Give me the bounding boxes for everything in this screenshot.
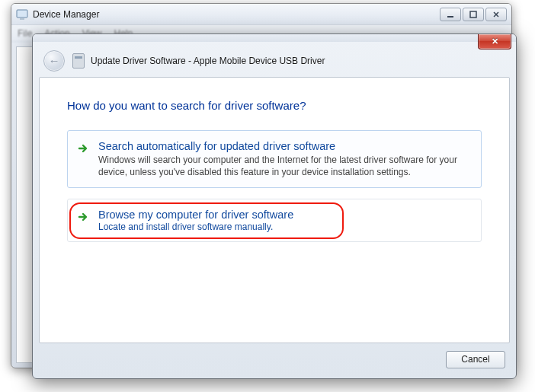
svg-rect-2 <box>447 16 453 18</box>
device-icon <box>72 53 85 69</box>
update-driver-body: How do you want to search for driver sof… <box>39 77 510 343</box>
close-icon: ✕ <box>492 37 498 46</box>
device-manager-titlebar: Device Manager <box>11 4 511 25</box>
page-heading: How do you want to search for driver sof… <box>67 99 482 112</box>
cancel-label: Cancel <box>461 354 489 365</box>
device-manager-title: Device Manager <box>33 9 438 20</box>
update-driver-footer: Cancel <box>39 346 510 372</box>
svg-rect-0 <box>17 10 27 18</box>
option-subtitle: Locate and install driver software manua… <box>98 221 470 232</box>
update-driver-window: ✕ ← Update Driver Software - Apple Mobil… <box>32 33 517 379</box>
option-title: Browse my computer for driver software <box>98 209 470 221</box>
back-button[interactable]: ← <box>43 50 65 72</box>
svg-rect-1 <box>20 18 24 20</box>
minimize-button[interactable] <box>440 8 461 21</box>
option-title: Search automatically for updated driver … <box>98 140 470 152</box>
cancel-button[interactable]: Cancel <box>446 351 505 368</box>
option-browse-computer[interactable]: Browse my computer for driver software L… <box>67 199 482 242</box>
close-button[interactable] <box>485 8 507 21</box>
svg-rect-3 <box>470 11 476 18</box>
arrow-right-icon <box>77 210 91 224</box>
option-description: Windows will search your computer and th… <box>98 154 470 178</box>
update-driver-title: Update Driver Software - Apple Mobile De… <box>91 56 325 66</box>
device-manager-icon <box>16 8 28 21</box>
arrow-right-icon <box>77 142 91 155</box>
update-driver-header: ← Update Driver Software - Apple Mobile … <box>39 46 510 75</box>
back-arrow-icon: ← <box>49 55 60 66</box>
option-search-automatically[interactable]: Search automatically for updated driver … <box>67 130 482 188</box>
maximize-button[interactable] <box>463 8 484 21</box>
menu-item[interactable]: File <box>18 28 32 39</box>
